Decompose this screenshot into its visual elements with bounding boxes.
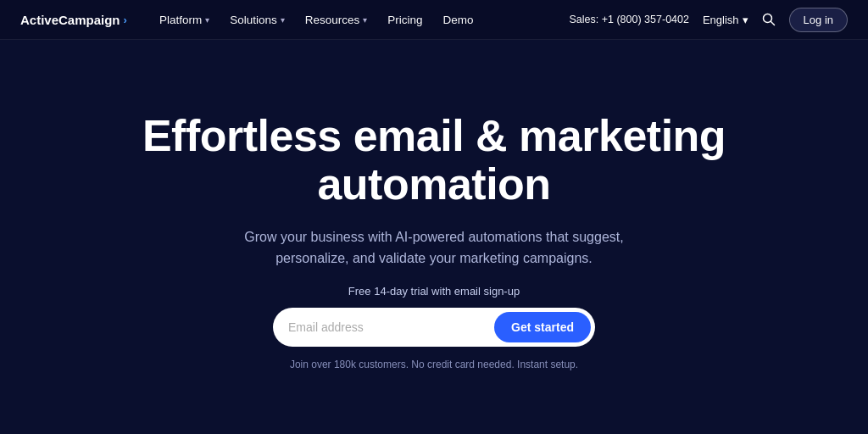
nav-item-solutions[interactable]: Solutions ▾ bbox=[221, 0, 293, 40]
navbar: ActiveCampaign › Platform ▾ Solutions ▾ … bbox=[0, 0, 868, 40]
nav-links: Platform ▾ Solutions ▾ Resources ▾ Prici… bbox=[151, 0, 570, 40]
search-icon bbox=[762, 13, 776, 26]
nav-right: Sales: +1 (800) 357-0402 English ▾ Log i… bbox=[570, 8, 848, 32]
disclaimer-text: Join over 180k customers. No credit card… bbox=[290, 359, 578, 370]
language-label: English bbox=[703, 14, 739, 26]
logo-chevron: › bbox=[124, 14, 127, 26]
search-button[interactable] bbox=[762, 13, 776, 26]
language-selector[interactable]: English ▾ bbox=[703, 14, 748, 26]
language-chevron-icon: ▾ bbox=[743, 14, 748, 26]
nav-item-pricing[interactable]: Pricing bbox=[379, 0, 431, 40]
hero-title: Effortless email & marketing automation bbox=[112, 112, 756, 209]
nav-label-solutions: Solutions bbox=[230, 14, 277, 26]
phone-number: Sales: +1 (800) 357-0402 bbox=[570, 14, 689, 25]
chevron-down-icon: ▾ bbox=[205, 15, 209, 25]
nav-label-resources: Resources bbox=[305, 14, 360, 26]
nav-item-demo[interactable]: Demo bbox=[435, 0, 482, 40]
trial-label: Free 14-day trial with email sign-up bbox=[348, 285, 520, 298]
nav-item-resources[interactable]: Resources ▾ bbox=[297, 0, 376, 40]
nav-label-pricing: Pricing bbox=[387, 14, 422, 26]
logo-text: ActiveCampaign bbox=[20, 13, 120, 27]
hero-section: Effortless email & marketing automation … bbox=[0, 40, 868, 434]
login-button[interactable]: Log in bbox=[789, 8, 848, 32]
chevron-down-icon: ▾ bbox=[363, 15, 367, 25]
get-started-button[interactable]: Get started bbox=[494, 312, 591, 342]
nav-label-demo: Demo bbox=[443, 14, 474, 26]
nav-label-platform: Platform bbox=[159, 14, 202, 26]
hero-subtitle: Grow your business with AI-powered autom… bbox=[231, 226, 637, 270]
nav-item-platform[interactable]: Platform ▾ bbox=[151, 0, 218, 40]
logo[interactable]: ActiveCampaign › bbox=[20, 13, 127, 27]
chevron-down-icon: ▾ bbox=[281, 15, 285, 25]
signup-form: Get started bbox=[273, 308, 595, 347]
svg-line-1 bbox=[771, 22, 774, 25]
email-input[interactable] bbox=[288, 320, 487, 334]
